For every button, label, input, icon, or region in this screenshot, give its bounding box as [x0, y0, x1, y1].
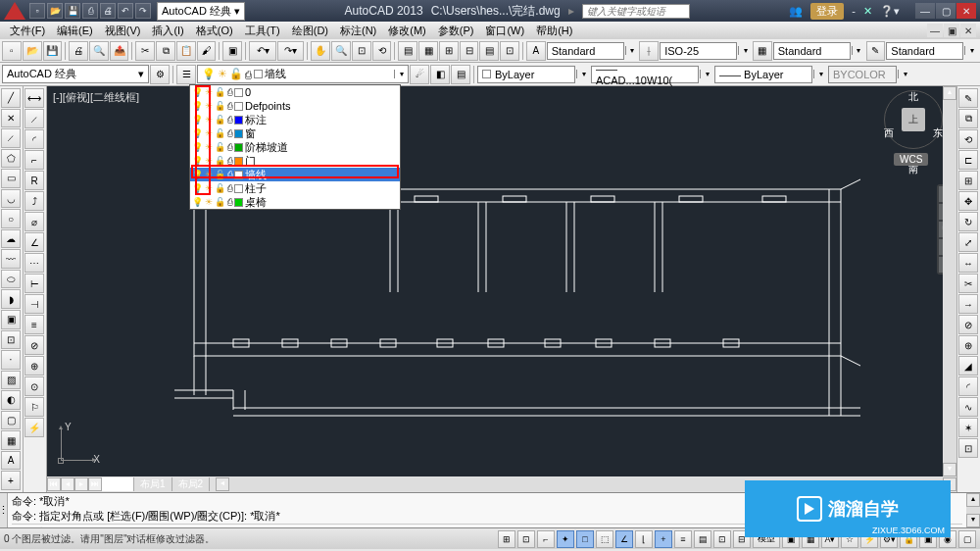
lwt-icon[interactable]: ≡	[674, 530, 692, 548]
block-icon[interactable]: ⊡	[1, 330, 21, 350]
menu-modify[interactable]: 修改(M)	[382, 24, 432, 38]
revcloud-icon[interactable]: ☁	[1, 229, 21, 249]
workspace-combo[interactable]: AutoCAD 经典▾	[2, 65, 149, 83]
tolerance-icon[interactable]: ⊕	[24, 356, 44, 376]
max-button[interactable]: ▢	[936, 3, 956, 19]
viewport-label[interactable]: [-][俯视][二维线框]	[53, 90, 139, 105]
lineweight-combo[interactable]: —— ACAD...10W10(	[591, 66, 699, 83]
menu-window[interactable]: 窗口(W)	[479, 24, 530, 38]
viewcube[interactable]: 北 南 东 西 上 WCS	[884, 90, 943, 176]
publish-icon[interactable]: 📤	[110, 41, 129, 61]
qat-plot-icon[interactable]: 🖨	[100, 3, 116, 19]
dim-arc-icon[interactable]: ◜	[24, 129, 44, 149]
mleaderstyle-combo[interactable]: Standard	[886, 42, 963, 60]
textstyle-combo[interactable]: Standard	[547, 42, 624, 60]
qp-icon[interactable]: ⊡	[713, 530, 731, 548]
cmd-scroll-dn[interactable]: ▾	[966, 514, 980, 527]
scale-icon[interactable]: ⤢	[958, 232, 978, 252]
ucs-icon[interactable]: YX	[55, 424, 98, 467]
zoom-rt-icon[interactable]: 🔍	[331, 41, 351, 61]
dim-angular-icon[interactable]: ∠	[24, 232, 44, 252]
centermark-icon[interactable]: ⊙	[24, 376, 44, 396]
tablestyle-icon[interactable]: ▦	[753, 41, 772, 61]
calc-icon[interactable]: ⊡	[500, 41, 519, 61]
layer-combo[interactable]: 💡 ☀ 🔓 ⎙ 墙线 ▾	[197, 65, 409, 83]
layer-row[interactable]: 💡☀🔓⎙阶梯坡道	[190, 140, 400, 154]
print-icon[interactable]: 🖨	[69, 41, 88, 61]
zoom-win-icon[interactable]: ⊡	[352, 41, 371, 61]
stretch-icon[interactable]: ↔	[958, 253, 978, 273]
menu-tools[interactable]: 工具(T)	[239, 24, 286, 38]
cmd-grip-icon[interactable]: ⋮	[0, 493, 8, 527]
viewcube-east[interactable]: 东	[933, 126, 943, 140]
tab-model[interactable]: 模型	[102, 477, 134, 491]
help-icon[interactable]: ❔▾	[880, 5, 900, 18]
qat-open-icon[interactable]: 📂	[47, 3, 63, 19]
scroll-down-icon[interactable]: ▾	[943, 463, 956, 476]
cut-icon[interactable]: ✂	[135, 41, 155, 61]
dim-radius-icon[interactable]: R	[24, 171, 44, 190]
properties-icon[interactable]: ▤	[398, 41, 417, 61]
linetype-combo[interactable]: —— ByLayer	[714, 66, 812, 83]
dimspace-icon[interactable]: ≡	[24, 315, 44, 334]
layer-row[interactable]: 💡☀🔓⎙标注	[190, 113, 400, 126]
app-logo-icon[interactable]	[4, 2, 25, 20]
dim-quick-icon[interactable]: ⋯	[24, 253, 44, 273]
rect-icon[interactable]: ▭	[1, 169, 21, 188]
dimstyle-icon[interactable]: ⟊	[639, 41, 659, 61]
point-icon[interactable]: ·	[1, 350, 21, 370]
exchange-icon[interactable]: ✕	[863, 5, 872, 18]
pan-icon[interactable]: ✋	[311, 41, 330, 61]
layer-match-icon[interactable]: ☄	[410, 65, 429, 84]
doc-restore-button[interactable]: ▣	[944, 24, 959, 37]
viewcube-top[interactable]: 上	[902, 108, 925, 131]
qat-redo-icon[interactable]: ↷	[135, 3, 151, 19]
tab-layout2[interactable]: 布局2	[172, 477, 211, 491]
move-icon[interactable]: ✥	[958, 191, 978, 211]
dim-aligned-icon[interactable]: ⟋	[24, 109, 44, 128]
dim-continue-icon[interactable]: ⊣	[24, 294, 44, 314]
ortho-icon[interactable]: ⌐	[537, 530, 555, 548]
menu-dim[interactable]: 标注(N)	[334, 24, 382, 38]
jogline-icon[interactable]: ⚡	[24, 418, 44, 437]
layer-row[interactable]: 💡☀🔓⎙桌椅	[190, 195, 400, 209]
tab-last-icon[interactable]: ⏭	[88, 477, 102, 491]
menu-help[interactable]: 帮助(H)	[530, 24, 578, 38]
layer-row[interactable]: 💡☀🔓⎙窗	[190, 126, 400, 140]
polygon-icon[interactable]: ⬠	[1, 149, 21, 169]
close-button[interactable]: ✕	[956, 3, 976, 19]
otrack-icon[interactable]: ∠	[615, 530, 633, 548]
help-search-input[interactable]	[582, 4, 690, 19]
arc-icon[interactable]: ◡	[1, 189, 21, 209]
layer-dropdown[interactable]: 💡☀🔓⎙0💡☀🔓⎙Defpoints💡☀🔓⎙标注💡☀🔓⎙窗💡☀🔓⎙阶梯坡道💡☀🔓…	[189, 84, 401, 210]
doc-close-button[interactable]: ✕	[960, 24, 976, 37]
tpy-icon[interactable]: ▤	[694, 530, 711, 548]
tablestyle-combo[interactable]: Standard	[773, 42, 851, 60]
trim-icon[interactable]: ✂	[958, 274, 978, 293]
tab-prev-icon[interactable]: ◂	[61, 477, 74, 491]
toolpalette-icon[interactable]: ⊞	[439, 41, 459, 61]
layerprops-icon[interactable]: ☰	[176, 65, 196, 84]
layer-state-icon[interactable]: ▤	[451, 65, 470, 84]
new-icon[interactable]: ▫	[2, 41, 22, 61]
vertical-scrollbar[interactable]: ▴ ▾	[943, 86, 956, 476]
insert-icon[interactable]: ▣	[1, 310, 21, 329]
markup-icon[interactable]: ▤	[479, 41, 499, 61]
layer-row[interactable]: 💡☀🔓⎙墙线	[190, 168, 400, 181]
user-icon[interactable]: 👥	[789, 5, 803, 18]
viewcube-north[interactable]: 北	[908, 90, 918, 104]
paste-icon[interactable]: 📋	[176, 41, 196, 61]
color-combo[interactable]: ByLayer	[477, 66, 575, 83]
join-icon[interactable]: ⊕	[958, 335, 978, 355]
mtext-icon[interactable]: A	[1, 451, 21, 471]
dimbreak-icon[interactable]: ⊘	[24, 335, 44, 355]
dc-icon[interactable]: ▦	[418, 41, 438, 61]
zoom-prev-icon[interactable]: ⟲	[372, 41, 392, 61]
undo-button[interactable]: ↶▾	[249, 41, 276, 61]
region-icon[interactable]: ▢	[1, 411, 21, 430]
menu-param[interactable]: 参数(P)	[432, 24, 480, 38]
menu-format[interactable]: 格式(O)	[190, 24, 239, 38]
mirror-icon[interactable]: ⟲	[958, 129, 978, 149]
textstyle-icon[interactable]: A	[526, 41, 546, 61]
gradient-icon[interactable]: ◐	[1, 390, 21, 410]
